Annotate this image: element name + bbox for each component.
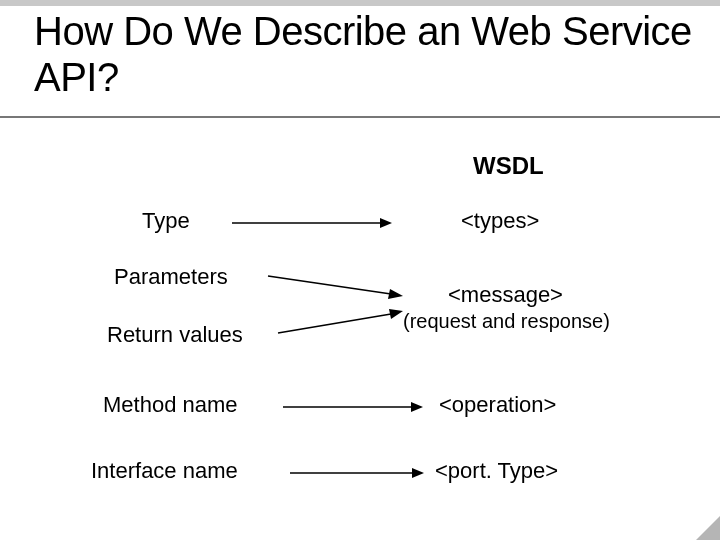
left-type: Type <box>142 208 190 234</box>
page-corner-fold-icon <box>696 516 720 540</box>
svg-marker-1 <box>380 218 392 228</box>
left-parameters: Parameters <box>114 264 228 290</box>
right-operation: <operation> <box>439 392 556 418</box>
right-porttype: <port. Type> <box>435 458 558 484</box>
svg-line-4 <box>278 314 391 333</box>
left-method-name: Method name <box>103 392 238 418</box>
slide-title: How Do We Describe an Web Service API? <box>34 8 700 100</box>
left-return-values: Return values <box>107 322 243 348</box>
right-message: <message> <box>448 282 563 308</box>
svg-line-2 <box>268 276 391 294</box>
svg-marker-3 <box>388 289 403 299</box>
top-strip <box>0 0 720 6</box>
arrow-return-values <box>278 308 403 336</box>
left-interface-name: Interface name <box>91 458 238 484</box>
right-message-sub: (request and response) <box>403 310 610 333</box>
wsdl-header: WSDL <box>473 152 544 180</box>
right-types: <types> <box>461 208 539 234</box>
title-underline <box>0 116 720 118</box>
svg-marker-9 <box>412 468 424 478</box>
arrow-type <box>232 218 392 228</box>
svg-marker-5 <box>389 309 403 319</box>
arrow-parameters <box>268 272 403 300</box>
svg-marker-7 <box>411 402 423 412</box>
arrow-method <box>283 402 423 412</box>
arrow-interface <box>290 468 424 478</box>
